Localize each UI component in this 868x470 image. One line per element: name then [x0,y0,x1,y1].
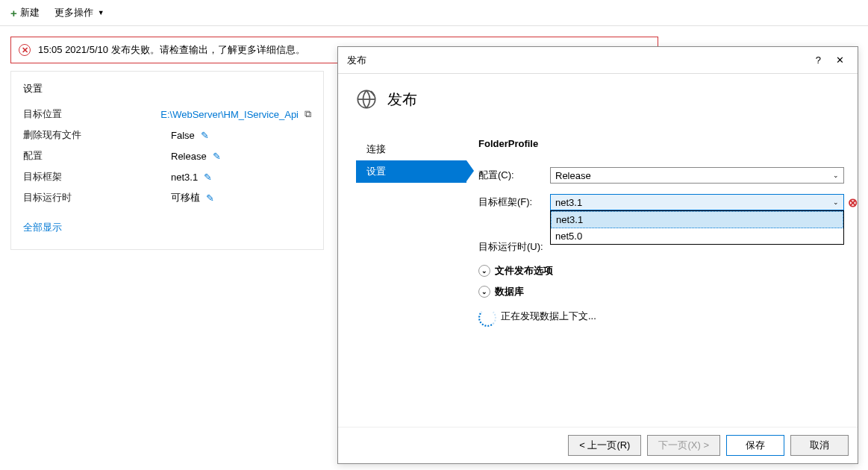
prev-button[interactable]: < 上一页(R) [568,435,641,456]
configuration-value: Release [171,151,207,162]
chevron-down-icon: ⌄ [833,172,839,179]
show-all-link[interactable]: 全部显示 [23,221,62,234]
framework-label: 目标框架(F): [478,195,550,209]
dialog-footer: < 上一页(R) 下一页(X) > 保存 取消 [338,427,858,463]
database-label: 数据库 [495,285,524,298]
new-label: 新建 [20,6,40,19]
close-button[interactable]: ✕ [828,51,852,69]
settings-row-configuration: 配置 Release ✎ [23,149,311,163]
dropdown-item-net50[interactable]: net5.0 [551,228,843,244]
form-row-framework: 目标框架(F): net3.1 ⌄ ⊗ net3.1 net5.0 [478,194,844,210]
sidebar-item-settings[interactable]: 设置 [356,160,466,183]
error-text: 15:05 2021/5/10 发布失败。请检查输出，了解更多详细信息。 [38,43,305,57]
pencil-icon[interactable]: ✎ [204,172,212,183]
dialog-main: FolderProfile 配置(C): Release ⌄ 目标框架(F): … [466,117,858,427]
configuration-label: 配置 [23,149,171,163]
chevron-down-icon: ⌄ [833,198,839,206]
publish-dialog: 发布 ? ✕ 发布 连接 设置 FolderProfile 配置(C): Rel… [337,46,858,464]
target-location-label: 目标位置 [23,107,160,121]
more-actions-label: 更多操作 [54,6,93,19]
config-select[interactable]: Release ⌄ [550,167,844,184]
dropdown-item-net31[interactable]: net3.1 [551,211,843,228]
next-button: 下一页(X) > [647,435,720,456]
profile-name: FolderProfile [478,138,844,149]
settings-panel: 设置 目标位置 E:\WebServer\HM_IService_Api ⧉ 删… [10,71,324,250]
file-publish-options-label: 文件发布选项 [495,264,553,278]
loading-row: 正在发现数据上下文... [478,309,844,324]
delete-existing-label: 删除现有文件 [23,128,171,142]
target-runtime-label: 目标运行时 [23,191,171,204]
dialog-body: 连接 设置 FolderProfile 配置(C): Release ⌄ 目标框… [338,117,858,427]
target-location-value[interactable]: E:\WebServer\HM_IService_Api [160,109,299,120]
sidebar-item-connection[interactable]: 连接 [356,138,466,160]
config-label: 配置(C): [478,169,550,182]
target-framework-value: net3.1 [171,172,198,183]
settings-row-target-framework: 目标框架 net3.1 ✎ [23,170,311,184]
dialog-titlebar: 发布 ? ✕ [338,47,858,74]
settings-row-delete-existing: 删除现有文件 False ✎ [23,128,311,142]
spinner-icon [478,309,493,324]
chevron-down-icon: ⌄ [478,265,490,277]
chevron-down-icon: ▼ [98,9,104,16]
expand-database[interactable]: ⌄ 数据库 [478,285,844,298]
framework-selected-value: net3.1 [555,197,582,208]
chevron-down-icon: ⌄ [478,286,490,298]
pencil-icon[interactable]: ✎ [201,130,209,141]
globe-icon [356,89,377,110]
save-button[interactable]: 保存 [726,435,784,456]
error-icon: ✕ [19,44,31,56]
more-actions-button[interactable]: 更多操作 ▼ [54,6,104,19]
copy-icon[interactable]: ⧉ [305,108,311,120]
form-row-configuration: 配置(C): Release ⌄ [478,167,844,184]
target-runtime-value: 可移植 [171,191,200,204]
config-selected-value: Release [555,170,591,181]
help-button[interactable]: ? [808,51,828,69]
top-toolbar: + 新建 更多操作 ▼ [0,0,868,26]
settings-row-target-location: 目标位置 E:\WebServer\HM_IService_Api ⧉ [23,107,311,121]
dialog-header: 发布 [338,74,858,117]
dialog-titlebar-title: 发布 [347,54,808,67]
dialog-sidebar: 连接 设置 [338,117,466,427]
plus-icon: + [10,7,17,19]
pencil-icon[interactable]: ✎ [206,192,214,204]
cancel-button[interactable]: 取消 [790,435,849,456]
loading-text: 正在发现数据上下文... [501,310,596,323]
dialog-header-title: 发布 [387,90,417,110]
runtime-label: 目标运行时(U): [478,240,550,254]
settings-row-target-runtime: 目标运行时 可移植 ✎ [23,191,311,204]
target-framework-label: 目标框架 [23,170,171,184]
settings-panel-title: 设置 [23,82,311,95]
new-button[interactable]: + 新建 [10,6,40,19]
expand-file-publish-options[interactable]: ⌄ 文件发布选项 [478,264,844,278]
framework-select[interactable]: net3.1 ⌄ [550,194,844,210]
pencil-icon[interactable]: ✎ [213,151,221,162]
error-close-icon[interactable]: ⊗ [848,195,858,210]
framework-dropdown-list: net3.1 net5.0 [550,210,844,245]
delete-existing-value: False [171,130,195,141]
